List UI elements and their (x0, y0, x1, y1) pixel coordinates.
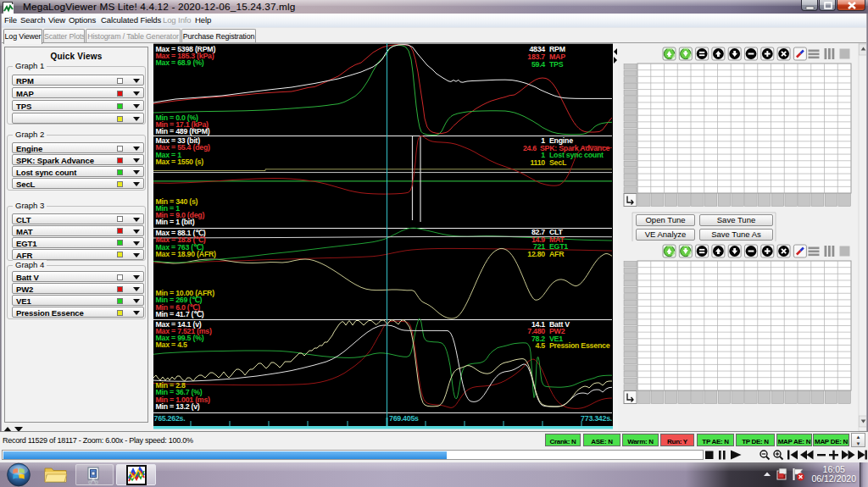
svg-text:765.262s.: 765.262s. (154, 414, 186, 423)
svg-text:Min = 41.7 (℃): Min = 41.7 (℃) (156, 310, 204, 318)
svg-text:TPS: TPS (549, 60, 564, 69)
svg-text:12.80: 12.80 (527, 250, 545, 258)
svg-text:AFR: AFR (549, 250, 565, 258)
svg-text:Max = 4.5: Max = 4.5 (156, 340, 187, 349)
svg-text:Pression Essence: Pression Essence (549, 341, 610, 350)
svg-text:Min = 13.2 (v): Min = 13.2 (v) (156, 402, 200, 411)
svg-text:SecL: SecL (549, 158, 567, 167)
svg-text:Max = 1550 (s): Max = 1550 (s) (156, 158, 204, 166)
svg-text:4.5: 4.5 (536, 341, 546, 350)
svg-text:59.4: 59.4 (531, 60, 545, 69)
svg-text:1110: 1110 (530, 158, 545, 167)
svg-text:773.342s.: 773.342s. (581, 414, 612, 423)
svg-text:Min = 489 (RPM): Min = 489 (RPM) (156, 127, 210, 136)
svg-text:Min = 1 (bit): Min = 1 (bit) (156, 218, 195, 226)
svg-text:Max = 18.90 (AFR): Max = 18.90 (AFR) (156, 250, 217, 258)
svg-text:769.405s: 769.405s (389, 414, 419, 423)
svg-text:24.6: 24.6 (523, 144, 537, 152)
svg-text:Max = 68.9 (%): Max = 68.9 (%) (156, 58, 204, 67)
